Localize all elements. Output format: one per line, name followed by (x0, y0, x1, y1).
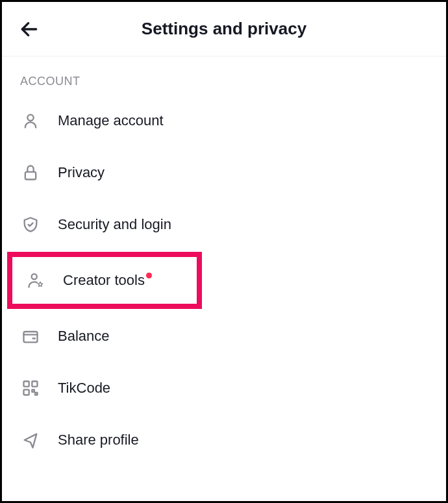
wallet-icon (20, 326, 41, 347)
menu-item-tikcode[interactable]: TikCode (2, 362, 446, 414)
section-label-account: ACCOUNT (2, 56, 446, 95)
svg-point-3 (32, 274, 37, 279)
menu-item-creator-tools[interactable]: Creator tools (12, 257, 197, 304)
creator-tools-text: Creator tools (63, 272, 145, 288)
menu-item-label: TikCode (58, 380, 110, 397)
svg-rect-9 (35, 393, 38, 395)
lock-icon (20, 162, 41, 183)
menu-item-label: Manage account (58, 112, 164, 129)
menu-item-label: Creator tools (63, 272, 152, 289)
menu-item-label: Privacy (58, 164, 105, 181)
highlight-box: Creator tools (7, 252, 202, 309)
menu-item-label: Share profile (58, 432, 139, 448)
menu-item-label: Security and login (58, 216, 171, 233)
person-icon (20, 110, 41, 131)
header: Settings and privacy (2, 2, 446, 56)
share-icon (20, 430, 41, 450)
person-star-icon (25, 270, 46, 291)
menu-item-security[interactable]: Security and login (2, 199, 446, 251)
svg-point-1 (27, 115, 33, 121)
qrcode-icon (20, 378, 41, 399)
menu-item-label: Balance (58, 328, 110, 345)
menu-list: Manage account Privacy Security and logi… (2, 95, 446, 466)
svg-rect-6 (32, 382, 37, 387)
svg-rect-2 (25, 172, 36, 180)
svg-rect-4 (24, 332, 38, 342)
notification-dot-icon (146, 273, 152, 278)
menu-item-share-profile[interactable]: Share profile (2, 414, 446, 466)
svg-rect-5 (24, 382, 29, 387)
menu-item-manage-account[interactable]: Manage account (2, 95, 446, 147)
menu-item-balance[interactable]: Balance (2, 310, 446, 362)
svg-rect-8 (32, 389, 34, 392)
back-button[interactable] (18, 18, 41, 41)
svg-rect-7 (24, 389, 29, 395)
shield-icon (20, 214, 41, 235)
page-title: Settings and privacy (18, 19, 430, 39)
back-arrow-icon (19, 19, 40, 40)
menu-item-privacy[interactable]: Privacy (2, 147, 446, 199)
